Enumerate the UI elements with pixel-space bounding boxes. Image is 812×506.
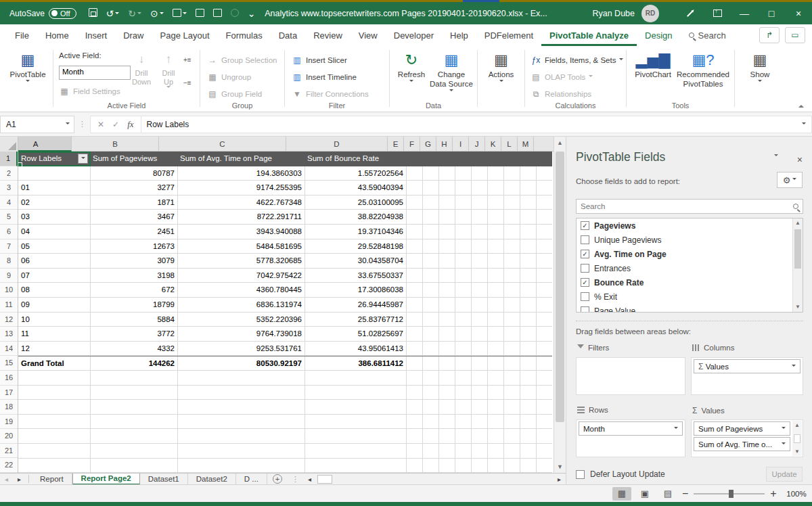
group-selection-button[interactable]: → Group Selection	[207, 53, 277, 67]
collapse-field-icon[interactable]: −≡	[183, 78, 191, 89]
row-header[interactable]: 22	[0, 458, 18, 473]
pivot-cell[interactable]: 25.03100095	[304, 196, 406, 210]
olap-tools-button[interactable]: ▤ OLAP Tools	[531, 70, 593, 84]
pivot-header-cell[interactable]: Sum of Avg. Time on Page	[177, 152, 304, 166]
row-header[interactable]: 19	[0, 415, 18, 430]
row-header[interactable]: 16	[0, 371, 18, 386]
ribbon-tab[interactable]: File	[7, 24, 37, 46]
checkbox-icon[interactable]: ✓	[581, 221, 589, 230]
pivot-cell[interactable]: 12	[18, 342, 90, 356]
vertical-scrollbar[interactable]: ▲ ▼	[554, 137, 566, 473]
sheet-tab[interactable]: Report Page2	[72, 474, 140, 485]
pivot-cell[interactable]: 3079	[90, 254, 177, 269]
filter-dropdown-icon[interactable]	[78, 154, 88, 164]
sheet-tab[interactable]: Report	[32, 474, 72, 485]
pivot-cell[interactable]: 25.83767712	[304, 313, 406, 327]
recommended-pivottables-button[interactable]: ▦? Recommended PivotTables	[675, 51, 731, 89]
column-header[interactable]: D	[286, 137, 388, 152]
field-item[interactable]: ✓ Avg. Time on Page	[577, 247, 803, 261]
rows-area-box[interactable]: Month	[576, 419, 685, 457]
record-macro-icon[interactable]	[231, 9, 239, 18]
row-header[interactable]: 10	[0, 283, 18, 298]
columns-area-box[interactable]: Σ Values	[691, 357, 803, 395]
relationships-button[interactable]: ⧉ Relationships	[531, 87, 591, 101]
cancel-formula-icon[interactable]: ✕	[97, 120, 104, 129]
sheet-nav-prev-icon[interactable]: ◂	[0, 476, 13, 483]
pivot-cell[interactable]: 29.52848198	[304, 239, 406, 254]
pivot-cell[interactable]: 80787	[90, 166, 177, 181]
row-header[interactable]: 17	[0, 386, 18, 400]
pivot-cell[interactable]: 1871	[90, 196, 177, 210]
pivot-cell[interactable]: 06	[18, 254, 90, 269]
pivot-cell[interactable]: 12673	[90, 239, 177, 254]
row-header[interactable]: 20	[0, 429, 18, 444]
checkbox-icon[interactable]	[581, 292, 589, 301]
row-header[interactable]: 14	[0, 342, 18, 356]
scrollbar-thumb[interactable]	[794, 434, 800, 443]
pivot-cell[interactable]: 04	[18, 225, 90, 239]
column-header[interactable]: I	[453, 137, 469, 152]
ribbon-tab[interactable]: Design	[637, 24, 680, 46]
ink-pen-icon[interactable]	[677, 2, 704, 24]
ribbon-tab[interactable]: Data	[271, 24, 305, 46]
tab-search[interactable]: Search	[681, 30, 734, 41]
maximize-button[interactable]: □	[758, 2, 785, 24]
pivot-cell[interactable]: 38.82204938	[304, 210, 406, 225]
pivot-cell[interactable]: 4622.767348	[177, 196, 304, 210]
zoom-slider[interactable]	[694, 493, 765, 495]
select-all-corner[interactable]	[0, 137, 18, 152]
row-header[interactable]: 8	[0, 254, 18, 269]
column-header[interactable]: B	[72, 137, 159, 152]
tabbar-splitter[interactable]: ⋮	[288, 475, 303, 484]
collapse-ribbon-icon[interactable]	[798, 102, 804, 108]
ribbon-tab[interactable]: PDFelement	[476, 24, 541, 46]
form-icon[interactable]	[213, 9, 222, 18]
ribbon-tab[interactable]: Draw	[115, 24, 152, 46]
pivot-cell[interactable]: 43.59040394	[304, 181, 406, 196]
show-button[interactable]: ▦ Show	[744, 51, 776, 84]
pivot-cell[interactable]: 03	[18, 210, 90, 225]
column-header[interactable]: G	[420, 137, 436, 152]
pivot-cell[interactable]: 01	[18, 181, 90, 196]
row-header[interactable]: 9	[0, 269, 18, 283]
avatar[interactable]: RD	[641, 5, 659, 22]
share-icon[interactable]: ↱	[759, 27, 780, 43]
ribbon-display-options-icon[interactable]	[704, 2, 731, 24]
pivot-header-cell[interactable]: Sum of Bounce Rate	[304, 152, 406, 166]
fields-search-input[interactable]: Search	[576, 199, 803, 214]
column-header[interactable]: L	[501, 137, 518, 152]
formula-bar-splitter[interactable]: ⋮	[74, 120, 90, 129]
columns-chip[interactable]: Σ Values	[694, 359, 800, 373]
values-scrollbar[interactable]: ▲ ▼	[792, 421, 802, 456]
row-header[interactable]: 7	[0, 239, 18, 254]
ribbon-tab[interactable]: Review	[305, 24, 351, 46]
pivot-cell[interactable]: 18799	[90, 298, 177, 313]
pivot-cell[interactable]: 4360.780445	[177, 283, 304, 298]
pivot-cell[interactable]: 05	[18, 239, 90, 254]
pivot-cell[interactable]: 1.557202564	[304, 166, 406, 181]
tools-gear-button[interactable]: ⚙	[777, 172, 803, 188]
row-header[interactable]: 12	[0, 313, 18, 327]
normal-view-icon[interactable]: ▦	[612, 487, 631, 501]
scroll-down-icon[interactable]: ▼	[793, 302, 803, 312]
pivot-cell[interactable]: 5484.581695	[177, 239, 304, 254]
checkbox-icon[interactable]	[581, 235, 589, 244]
pivot-cell[interactable]: 80530.92197	[177, 356, 304, 371]
pivot-cell[interactable]: 3277	[90, 181, 177, 196]
filter-connections-button[interactable]: ▼ Filter Connections	[292, 87, 369, 101]
user-name[interactable]: Ryan Dube	[592, 9, 635, 18]
add-table-icon[interactable]	[173, 9, 187, 18]
pivot-cell[interactable]: 02	[18, 196, 90, 210]
pivot-cell[interactable]: Grand Total	[18, 356, 90, 371]
checkbox-icon[interactable]: ✓	[581, 278, 589, 287]
rows-chip[interactable]: Month	[579, 421, 683, 436]
actions-button[interactable]: ▦ Actions	[484, 51, 519, 84]
save-icon[interactable]	[89, 8, 97, 18]
row-header[interactable]: 21	[0, 444, 18, 459]
pivot-cell[interactable]: 07	[18, 269, 90, 283]
scroll-up-icon[interactable]: ▲	[793, 218, 803, 228]
ribbon-tab[interactable]: Insert	[77, 24, 116, 46]
comment-icon[interactable]: ▭	[785, 27, 805, 43]
formula-input[interactable]: Row Labels	[141, 116, 812, 133]
column-header[interactable]: F	[404, 137, 420, 152]
